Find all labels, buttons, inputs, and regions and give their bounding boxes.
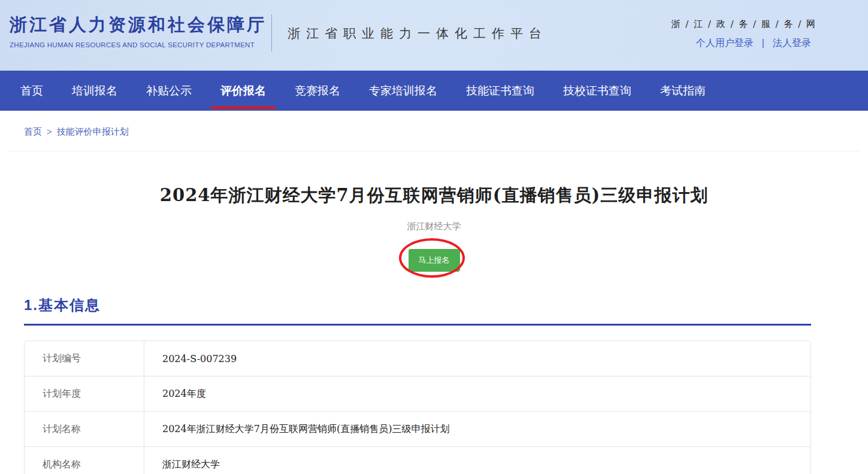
nav-item-competition-signup[interactable]: 竞赛报名 xyxy=(295,71,340,111)
login-links: 个人用户登录|法人登录 xyxy=(696,37,811,50)
legal-person-login-link[interactable]: 法人登录 xyxy=(773,38,811,48)
breadcrumb-current-page[interactable]: 技能评价申报计划 xyxy=(57,126,129,136)
row-label-plan-year: 计划年度 xyxy=(25,376,144,411)
login-links-separator: | xyxy=(762,38,764,48)
row-value-plan-year: 2024年度 xyxy=(144,376,810,411)
zhejiang-gov-service-net-label[interactable]: 浙 / 江 / 政 / 务 / 服 / 务 / 网 xyxy=(671,19,816,30)
section-title-basic-info: 1.基本信息 xyxy=(24,296,868,315)
main-navigation: 首页 培训报名 补贴公示 评价报名 竞赛报名 专家培训报名 技能证书查询 技校证… xyxy=(0,71,868,111)
row-value-plan-name: 2024年浙江财经大学7月份互联网营销师(直播销售员)三级申报计划 xyxy=(144,412,810,446)
nav-item-training-signup[interactable]: 培训报名 xyxy=(72,71,117,111)
nav-item-skill-certificate-query[interactable]: 技能证书查询 xyxy=(466,71,534,111)
breadcrumb: 首页>技能评价申报计划 xyxy=(0,111,868,151)
signup-now-button[interactable]: 马上报名 xyxy=(409,249,460,272)
organization-subtitle: 浙江财经大学 xyxy=(0,221,868,232)
row-label-plan-name: 计划名称 xyxy=(25,412,144,446)
breadcrumb-home-link[interactable]: 首页 xyxy=(24,126,42,136)
department-name-english: ZHEJIANG HUMAN RESOURCES AND SOCIAL SECU… xyxy=(10,41,267,48)
signup-button-area: 马上报名 xyxy=(409,249,460,272)
nav-item-subsidy-publicity[interactable]: 补贴公示 xyxy=(146,71,192,111)
row-value-plan-number: 2024-S-007239 xyxy=(144,341,810,376)
section-title-underline xyxy=(24,324,811,326)
personal-login-link[interactable]: 个人用户登录 xyxy=(696,38,754,48)
header-vertical-divider xyxy=(271,14,272,51)
breadcrumb-separator: > xyxy=(47,126,52,136)
table-row: 计划编号 2024-S-007239 xyxy=(25,341,810,376)
nav-item-exam-guide[interactable]: 考试指南 xyxy=(660,71,706,111)
table-row: 计划年度 2024年度 xyxy=(25,376,810,412)
nav-item-evaluation-signup[interactable]: 评价报名 xyxy=(220,71,266,111)
basic-info-table: 计划编号 2024-S-007239 计划年度 2024年度 计划名称 2024… xyxy=(24,341,811,474)
department-name: 浙江省人力资源和社会保障厅 xyxy=(10,13,267,37)
nav-item-home[interactable]: 首页 xyxy=(20,71,43,111)
row-label-organization-name: 机构名称 xyxy=(25,447,144,474)
breadcrumb-divider xyxy=(8,151,860,151)
platform-title: 浙江省职业能力一体化工作平台 xyxy=(288,25,548,42)
nav-item-technical-school-certificate-query[interactable]: 技校证书查询 xyxy=(563,71,631,111)
department-logo: 浙江省人力资源和社会保障厅 ZHEJIANG HUMAN RESOURCES A… xyxy=(10,13,267,48)
page-title: 2024年浙江财经大学7月份互联网营销师(直播销售员)三级申报计划 xyxy=(0,184,868,208)
table-row: 机构名称 浙江财经大学 xyxy=(25,447,810,474)
table-row: 计划名称 2024年浙江财经大学7月份互联网营销师(直播销售员)三级申报计划 xyxy=(25,412,810,447)
nav-item-expert-training-signup[interactable]: 专家培训报名 xyxy=(369,71,437,111)
row-value-organization-name: 浙江财经大学 xyxy=(144,447,810,474)
site-header: 浙江省人力资源和社会保障厅 ZHEJIANG HUMAN RESOURCES A… xyxy=(0,0,868,71)
row-label-plan-number: 计划编号 xyxy=(25,341,144,376)
